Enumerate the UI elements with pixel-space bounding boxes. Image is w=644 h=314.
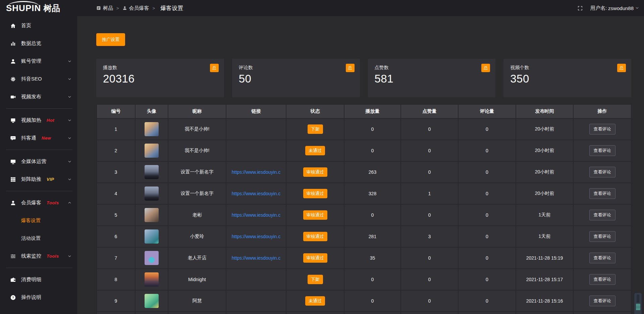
published-cell: 1天前 <box>516 204 573 226</box>
likes-cell: 1 <box>401 183 458 204</box>
widget-lines <box>636 304 640 310</box>
likes-cell: 0 <box>401 290 458 312</box>
link-cell: https://www.iesdouyin.c <box>226 183 286 204</box>
home-icon <box>10 23 16 29</box>
view-comments-button[interactable]: 查看评论 <box>589 124 615 135</box>
sidebar-item-label: 线索监控 <box>21 253 41 259</box>
sidebar-item-account-manage[interactable]: 账号管理 <box>0 52 77 70</box>
action-cell: 查看评论 <box>573 161 631 183</box>
view-comments-button[interactable]: 查看评论 <box>589 167 615 177</box>
published-cell: 1天前 <box>516 226 573 247</box>
comments-cell: 0 <box>458 161 516 183</box>
avatar-cell <box>135 226 168 247</box>
status-badge: 审核通过 <box>303 253 327 263</box>
sidebar-item-clue-monitor[interactable]: 线索监控Tools <box>0 247 77 265</box>
breadcrumb-item-home[interactable]: 树品 <box>96 5 113 11</box>
wallet-icon <box>10 277 16 283</box>
video-link[interactable]: https://www.iesdouyin.c <box>232 212 281 218</box>
published-cell: 2021-11-28 15:17 <box>516 269 573 290</box>
avatar-cell <box>135 247 168 269</box>
view-comments-button[interactable]: 查看评论 <box>589 274 615 285</box>
table-row: 2我不是小帅!未通过00020小时前查看评论 <box>97 140 631 161</box>
link-cell: https://www.iesdouyin.c <box>226 226 286 247</box>
col-header-action: 操作 <box>573 104 631 118</box>
avatar <box>145 187 159 201</box>
sidebar-divider <box>6 268 72 268</box>
video-link[interactable]: https://www.iesdouyin.c <box>232 255 281 261</box>
chevron-down-icon <box>67 159 72 164</box>
avatar-cell <box>135 290 168 312</box>
sidebar-item-label: 会员爆客 <box>21 200 41 206</box>
view-comments-button[interactable]: 查看评论 <box>589 210 615 220</box>
nickname-cell: 小爱玲 <box>168 226 226 247</box>
avatar-cell <box>135 204 168 226</box>
nickname-cell: 我不是小帅! <box>168 140 226 161</box>
sidebar-item-douyin-seo[interactable]: 抖音SEO <box>0 70 77 88</box>
menu-tag: VIP <box>47 177 54 182</box>
avatar <box>145 208 159 222</box>
username-dropdown[interactable]: 用户名: zswodun88 <box>590 5 639 11</box>
row-no: 9 <box>97 290 135 312</box>
view-comments-button[interactable]: 查看评论 <box>589 253 615 263</box>
col-header-plays: 播放量 <box>344 104 401 118</box>
plays-cell: 328 <box>344 183 401 204</box>
sidebar-item-matrix-boost[interactable]: 矩阵助推VIP <box>0 170 77 188</box>
stat-value: 50 <box>239 72 353 85</box>
sidebar-item-member-baoke[interactable]: 会员爆客Tools <box>0 194 77 212</box>
published-cell: 20小时前 <box>516 140 573 161</box>
sidebar-item-home[interactable]: 首页 <box>0 17 77 35</box>
avatar-cell <box>135 118 168 140</box>
action-cell: 查看评论 <box>573 290 631 312</box>
video-link[interactable]: https://www.iesdouyin.c <box>232 191 281 196</box>
published-cell <box>516 312 573 314</box>
published-cell: 20小时前 <box>516 118 573 140</box>
sidebar-item-douketong[interactable]: 抖客通New <box>0 129 77 147</box>
fullscreen-icon[interactable] <box>577 5 583 11</box>
stat-value: 581 <box>375 72 489 85</box>
chevron-down-icon <box>67 59 72 63</box>
sidebar-subitem-baoke-setting[interactable]: 爆客设置 <box>0 212 77 229</box>
status-badge: 审核通过 <box>303 232 327 241</box>
table-row: 3设置一个新名字https://www.iesdouyin.c审核通过26300… <box>97 161 631 183</box>
sidebar-subitem-label: 活动设置 <box>21 235 41 242</box>
view-comments-button[interactable]: 查看评论 <box>589 296 615 306</box>
floating-widget[interactable] <box>634 293 642 314</box>
sidebar-item-video-publish[interactable]: 视频发布 <box>0 88 77 106</box>
view-comments-button[interactable]: 查看评论 <box>589 231 615 242</box>
table-header-row: 编号 头像 昵称 链接 状态 播放量 点赞量 评论量 发布时间 操作 <box>97 104 631 118</box>
status-cell: 未通过 <box>286 140 344 161</box>
sidebar-item-operation-guide[interactable]: ?操作说明 <box>0 289 77 306</box>
sidebar-item-media-operation[interactable]: 全媒体运营 <box>0 153 77 170</box>
nickname-cell: 设置一个新名字 <box>168 161 226 183</box>
view-comments-button[interactable]: 查看评论 <box>589 188 615 199</box>
topbar: SHUPIN 树品 树品 > 会员爆客 > 爆客设置 用户名: zswodun8… <box>0 0 644 16</box>
view-comments-button[interactable]: 查看评论 <box>589 145 615 156</box>
stat-value: 20316 <box>103 72 217 85</box>
col-header-avatar: 头像 <box>135 104 168 118</box>
plays-cell: 0 <box>344 140 401 161</box>
table-row: 5老彬https://www.iesdouyin.c审核通过0001天前查看评论 <box>97 204 631 226</box>
plays-cell: 0 <box>344 204 401 226</box>
promo-settings-button[interactable]: 推广设置 <box>96 33 125 46</box>
action-cell: 查看评论 <box>573 226 631 247</box>
chevron-down-icon <box>67 136 72 140</box>
chevron-down-icon <box>67 254 72 258</box>
breadcrumb-item-member[interactable]: 会员爆客 <box>122 5 149 11</box>
sidebar-subitem-activity-setting[interactable]: 活动设置 <box>0 229 77 247</box>
sidebar-item-label: 视频发布 <box>21 94 41 100</box>
video-link[interactable]: https://www.iesdouyin.c <box>232 234 281 239</box>
sidebar-item-video-heat[interactable]: 视频加热Hot <box>0 111 77 129</box>
chat-icon <box>10 135 16 141</box>
sidebar-item-consume-detail[interactable]: 消费明细 <box>0 271 77 289</box>
video-link[interactable]: https://www.iesdouyin.c <box>232 169 281 175</box>
likes-cell: 0 <box>401 140 458 161</box>
row-no: 2 <box>97 140 135 161</box>
breadcrumb-label: 会员爆客 <box>129 5 149 11</box>
link-cell <box>226 140 286 161</box>
widget-handle <box>637 295 639 303</box>
nickname-cell: 老彬 <box>168 204 226 226</box>
sidebar-item-data-overview[interactable]: 数据总览 <box>0 35 77 52</box>
sidebar-item-label: 账号管理 <box>21 58 41 64</box>
status-cell: 审核通过 <box>286 183 344 204</box>
nickname-cell: 设置一个新名字 <box>168 183 226 204</box>
